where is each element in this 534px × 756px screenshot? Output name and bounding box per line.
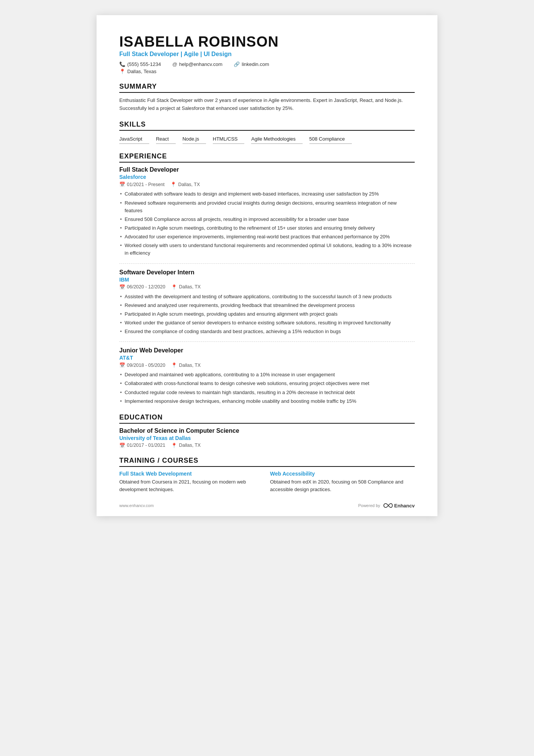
bullet-item: Ensured the compliance of coding standar… (119, 328, 415, 335)
location-contact: 📍 Dallas, Texas (119, 69, 156, 74)
calendar-icon: 📅 (119, 182, 125, 187)
job-company: IBM (119, 277, 415, 283)
summary-text: Enthusiastic Full Stack Developer with o… (119, 97, 415, 113)
bullet-item: Conducted regular code reviews to mainta… (119, 389, 415, 396)
training-description: Obtained from edX in 2020, focusing on 5… (270, 478, 415, 493)
job-company: Salesforce (119, 174, 415, 180)
skill-item: Agile Methodologies (251, 135, 302, 144)
location-icon: 📍 (119, 69, 125, 74)
edu-school: University of Texas at Dallas (119, 435, 415, 441)
experience-title: EXPERIENCE (119, 152, 415, 163)
brand-name: Enhancv (394, 503, 415, 509)
job-title: Full Stack Developer (119, 166, 415, 173)
bullet-item: Worked closely with users to understand … (119, 242, 415, 257)
calendar-icon: 📅 (119, 362, 125, 368)
education-list: Bachelor of Science in Computer Science … (119, 427, 415, 448)
job-dates: 📅 09/2018 - 05/2020 (119, 362, 165, 368)
phone-value: (555) 555-1234 (127, 61, 161, 67)
education-section: EDUCATION Bachelor of Science in Compute… (119, 413, 415, 448)
enhancv-logo: Enhancv (383, 502, 415, 509)
job-meta: 📅 06/2020 - 12/2020 📍 Dallas, TX (119, 284, 415, 290)
bullet-item: Ensured 508 Compliance across all projec… (119, 216, 415, 223)
skill-item: JavaScript (119, 135, 149, 144)
linkedin-contact: 🔗 linkedin.com (234, 61, 269, 67)
bullet-item: Collaborated with cross-functional teams… (119, 380, 415, 387)
pin-icon: 📍 (171, 362, 177, 368)
candidate-name: ISABELLA ROBINSON (119, 34, 415, 50)
edu-degree: Bachelor of Science in Computer Science (119, 427, 415, 434)
job-location: 📍 Dallas, TX (171, 362, 200, 368)
job-title: Junior Web Developer (119, 347, 415, 354)
education-block: Bachelor of Science in Computer Science … (119, 427, 415, 448)
edu-dates: 📅 01/2017 - 01/2021 (119, 443, 165, 448)
contact-row-2: 📍 Dallas, Texas (119, 69, 415, 74)
training-description: Obtained from Coursera in 2021, focusing… (119, 478, 264, 493)
email-contact: @ help@enhancv.com (172, 61, 222, 67)
powered-by-label: Powered by (358, 503, 380, 508)
skill-item: 508 Compliance (309, 135, 352, 144)
email-value: help@enhancv.com (179, 61, 222, 67)
pin-icon: 📍 (171, 443, 177, 448)
training-name: Web Accessibility (270, 471, 415, 477)
job-meta: 📅 09/2018 - 05/2020 📍 Dallas, TX (119, 362, 415, 368)
footer-powered-by: Powered by Enhancv (358, 502, 415, 509)
linkedin-value: linkedin.com (242, 61, 269, 67)
summary-section: SUMMARY Enthusiastic Full Stack Develope… (119, 83, 415, 113)
calendar-icon: 📅 (119, 284, 125, 290)
pin-icon: 📍 (171, 284, 177, 290)
bullet-item: Reviewed and analyzed user requirements,… (119, 302, 415, 309)
job-location: 📍 Dallas, TX (170, 182, 200, 187)
job-bullets: Developed and maintained web application… (119, 371, 415, 405)
job-bullets: Collaborated with software leads to desi… (119, 190, 415, 257)
bullet-item: Reviewed software requirements and provi… (119, 199, 415, 214)
summary-title: SUMMARY (119, 83, 415, 93)
bullet-item: Participated in Agile scrum meetings, pr… (119, 310, 415, 318)
header: ISABELLA ROBINSON Full Stack Developer |… (119, 34, 415, 74)
email-icon: @ (172, 61, 177, 67)
skills-list: JavaScriptReactNode.jsHTML/CSSAgile Meth… (119, 135, 415, 144)
training-grid: Full Stack Web Development Obtained from… (119, 471, 415, 493)
bullet-item: Implemented responsive design techniques… (119, 398, 415, 405)
job-block: Junior Web Developer AT&T 📅 09/2018 - 05… (119, 347, 415, 405)
calendar-icon: 📅 (119, 443, 125, 448)
phone-contact: 📞 (555) 555-1234 (119, 61, 161, 67)
link-icon: 🔗 (234, 61, 240, 67)
job-block: Full Stack Developer Salesforce 📅 01/202… (119, 166, 415, 257)
skills-section: SKILLS JavaScriptReactNode.jsHTML/CSSAgi… (119, 121, 415, 144)
job-block: Software Developer Intern IBM 📅 06/2020 … (119, 269, 415, 336)
contact-row-1: 📞 (555) 555-1234 @ help@enhancv.com 🔗 li… (119, 61, 415, 67)
bullet-item: Advocated for user experience improvemen… (119, 233, 415, 241)
job-company: AT&T (119, 355, 415, 361)
training-block: Web Accessibility Obtained from edX in 2… (270, 471, 415, 493)
education-title: EDUCATION (119, 413, 415, 424)
bullet-item: Worked under the guidance of senior deve… (119, 319, 415, 327)
page-footer: www.enhancv.com Powered by Enhancv (119, 502, 415, 509)
skill-item: Node.js (183, 135, 206, 144)
job-meta: 📅 01/2021 - Present 📍 Dallas, TX (119, 182, 415, 187)
jobs-list: Full Stack Developer Salesforce 📅 01/202… (119, 166, 415, 405)
bullet-item: Developed and maintained web application… (119, 371, 415, 379)
job-title: Software Developer Intern (119, 269, 415, 276)
resume-page: ISABELLA ROBINSON Full Stack Developer |… (97, 15, 437, 516)
candidate-title: Full Stack Developer | Agile | UI Design (119, 51, 415, 58)
training-block: Full Stack Web Development Obtained from… (119, 471, 264, 493)
bullet-item: Collaborated with software leads to desi… (119, 190, 415, 198)
skill-item: React (156, 135, 176, 144)
skills-title: SKILLS (119, 121, 415, 131)
edu-meta: 📅 01/2017 - 01/2021 📍 Dallas, TX (119, 443, 415, 448)
edu-location: 📍 Dallas, TX (171, 443, 200, 448)
bullet-item: Assisted with the development and testin… (119, 293, 415, 301)
enhancv-icon (383, 502, 393, 509)
phone-icon: 📞 (119, 61, 125, 67)
footer-url: www.enhancv.com (119, 503, 154, 508)
training-title: TRAINING / COURSES (119, 457, 415, 467)
training-name: Full Stack Web Development (119, 471, 264, 477)
bullet-item: Participated in Agile scrum meetings, co… (119, 224, 415, 232)
pin-icon: 📍 (170, 182, 176, 187)
job-dates: 📅 06/2020 - 12/2020 (119, 284, 165, 290)
job-location: 📍 Dallas, TX (171, 284, 200, 290)
training-section: TRAINING / COURSES Full Stack Web Develo… (119, 457, 415, 493)
location-value: Dallas, Texas (127, 69, 156, 74)
skill-item: HTML/CSS (213, 135, 245, 144)
job-dates: 📅 01/2021 - Present (119, 182, 164, 187)
